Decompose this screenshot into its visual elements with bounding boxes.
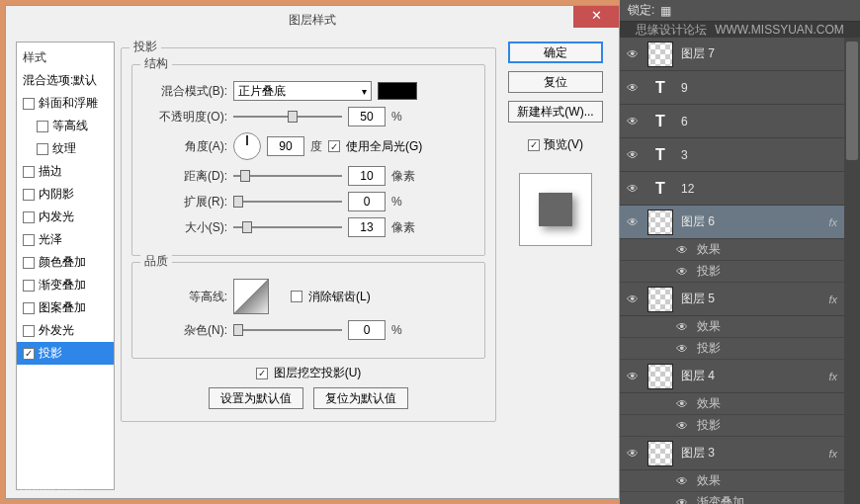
- style-item[interactable]: 斜面和浮雕: [17, 92, 114, 115]
- opacity-slider[interactable]: [233, 109, 342, 125]
- visibility-icon[interactable]: 👁: [626, 370, 640, 383]
- angle-dial[interactable]: [233, 132, 261, 160]
- layer-name: 图层 7: [681, 45, 854, 62]
- style-checkbox[interactable]: [23, 211, 35, 223]
- effect-item[interactable]: 👁投影: [620, 338, 860, 360]
- style-label: 纹理: [52, 140, 76, 157]
- text-layer-icon: T: [647, 75, 673, 101]
- visibility-icon[interactable]: 👁: [626, 47, 640, 61]
- watermark-bar: 思缘设计论坛 WWW.MISSYUAN.COM: [620, 22, 860, 38]
- style-checkbox[interactable]: [23, 234, 35, 246]
- visibility-icon[interactable]: 👁: [626, 115, 640, 128]
- style-label: 斜面和浮雕: [39, 95, 98, 112]
- style-item[interactable]: 颜色叠加: [17, 251, 114, 274]
- visibility-icon[interactable]: 👁: [675, 320, 689, 334]
- layer-row[interactable]: 👁图层 4fx▾: [620, 360, 860, 393]
- visibility-icon[interactable]: 👁: [675, 474, 689, 488]
- style-item[interactable]: 外发光: [17, 319, 114, 342]
- visibility-icon[interactable]: 👁: [626, 215, 640, 229]
- effect-item[interactable]: 👁投影: [620, 261, 860, 283]
- visibility-icon[interactable]: 👁: [675, 419, 689, 433]
- effect-row[interactable]: 👁效果: [620, 239, 860, 261]
- blend-mode-select[interactable]: 正片叠底▾: [233, 81, 372, 101]
- style-label: 内阴影: [39, 186, 74, 203]
- effect-item[interactable]: 👁投影: [620, 415, 860, 437]
- distance-input[interactable]: 10: [348, 166, 386, 186]
- visibility-icon[interactable]: 👁: [626, 148, 640, 162]
- style-checkbox[interactable]: [37, 143, 48, 155]
- fx-badge: fx: [828, 294, 837, 305]
- ok-button[interactable]: 确定: [508, 42, 603, 63]
- layers-scrollbar[interactable]: [844, 38, 860, 504]
- visibility-icon[interactable]: 👁: [675, 265, 689, 279]
- effect-row[interactable]: 👁效果: [620, 393, 860, 415]
- global-light-checkbox[interactable]: [328, 140, 340, 152]
- style-item[interactable]: 纹理: [17, 137, 114, 160]
- style-item[interactable]: 投影: [17, 342, 114, 365]
- layer-row[interactable]: 👁T12: [620, 172, 860, 206]
- new-style-button[interactable]: 新建样式(W)...: [508, 101, 603, 123]
- angle-input[interactable]: 90: [267, 136, 304, 156]
- set-default-button[interactable]: 设置为默认值: [209, 387, 303, 409]
- visibility-icon[interactable]: 👁: [626, 293, 640, 306]
- visibility-icon[interactable]: 👁: [675, 496, 689, 505]
- effect-row[interactable]: 👁效果: [620, 470, 860, 492]
- spread-input[interactable]: 0: [348, 192, 386, 211]
- style-item[interactable]: 描边: [17, 160, 114, 183]
- style-item[interactable]: 内发光: [17, 206, 114, 228]
- spread-label: 扩展(R):: [142, 194, 227, 210]
- noise-slider[interactable]: [233, 322, 342, 338]
- style-checkbox[interactable]: [23, 348, 35, 360]
- style-checkbox[interactable]: [23, 302, 35, 314]
- style-item[interactable]: 光泽: [17, 228, 114, 251]
- visibility-icon[interactable]: 👁: [626, 182, 640, 196]
- layer-row[interactable]: 👁T3: [620, 138, 860, 172]
- text-layer-icon: T: [647, 176, 673, 202]
- style-label: 描边: [39, 163, 62, 180]
- layer-row[interactable]: 👁图层 6fx▾: [620, 206, 860, 239]
- lock-icon[interactable]: ▦: [660, 4, 671, 18]
- style-checkbox[interactable]: [37, 121, 48, 132]
- reset-default-button[interactable]: 复位为默认值: [313, 387, 408, 409]
- close-button[interactable]: ✕: [573, 6, 619, 28]
- visibility-icon[interactable]: 👁: [675, 243, 689, 257]
- layer-row[interactable]: 👁图层 3fx▾: [620, 437, 860, 470]
- blend-options-item[interactable]: 混合选项:默认: [17, 69, 114, 92]
- style-checkbox[interactable]: [23, 189, 35, 201]
- contour-picker[interactable]: [233, 279, 269, 314]
- style-item[interactable]: 图案叠加: [17, 296, 114, 319]
- opacity-input[interactable]: 50: [348, 107, 386, 126]
- style-checkbox[interactable]: [23, 325, 35, 337]
- style-checkbox[interactable]: [23, 98, 35, 110]
- fx-badge: fx: [828, 216, 837, 228]
- layer-row[interactable]: 👁图层 7: [620, 38, 860, 71]
- watermark-text: Baidu贴吧: [20, 478, 83, 496]
- visibility-icon[interactable]: 👁: [675, 397, 689, 411]
- cancel-button[interactable]: 复位: [508, 71, 603, 93]
- style-checkbox[interactable]: [23, 280, 35, 292]
- effect-row[interactable]: 👁效果: [620, 316, 860, 338]
- layer-row[interactable]: 👁T6: [620, 105, 860, 138]
- visibility-icon[interactable]: 👁: [626, 81, 640, 95]
- layer-row[interactable]: 👁图层 5fx▾: [620, 283, 860, 316]
- layer-row[interactable]: 👁T9: [620, 71, 860, 105]
- visibility-icon[interactable]: 👁: [675, 342, 689, 356]
- style-item[interactable]: 渐变叠加: [17, 274, 114, 296]
- knockout-checkbox[interactable]: [256, 368, 268, 379]
- visibility-icon[interactable]: 👁: [626, 447, 640, 461]
- size-slider[interactable]: [233, 219, 342, 235]
- noise-input[interactable]: 0: [348, 320, 386, 340]
- style-checkbox[interactable]: [23, 257, 35, 269]
- drop-shadow-group: 投影 结构 混合模式(B): 正片叠底▾ 不透明度(O): 50 %: [121, 47, 496, 422]
- style-checkbox[interactable]: [23, 166, 35, 178]
- shadow-color-swatch[interactable]: [378, 82, 417, 100]
- style-item[interactable]: 等高线: [17, 115, 114, 137]
- spread-slider[interactable]: [233, 194, 342, 210]
- effect-item[interactable]: 👁渐变叠加: [620, 492, 860, 504]
- distance-slider[interactable]: [233, 168, 342, 184]
- knockout-label: 图层挖空投影(U): [274, 365, 362, 381]
- antialias-checkbox[interactable]: [291, 291, 302, 302]
- preview-checkbox[interactable]: [528, 139, 540, 151]
- size-input[interactable]: 13: [348, 217, 386, 237]
- style-item[interactable]: 内阴影: [17, 183, 114, 206]
